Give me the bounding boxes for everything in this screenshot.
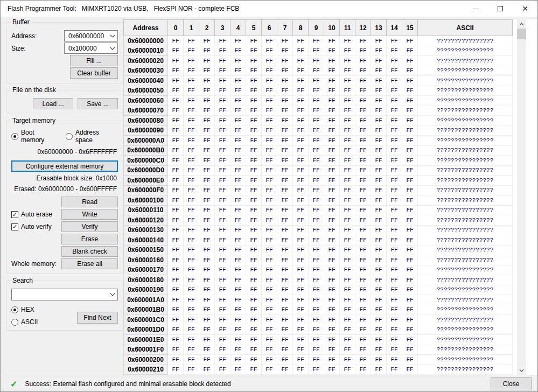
hex-byte-cell[interactable]: FF <box>184 156 199 166</box>
hex-byte-cell[interactable]: FF <box>262 165 277 176</box>
hex-byte-cell[interactable]: FF <box>184 205 199 215</box>
hex-byte-cell[interactable]: FF <box>293 76 309 86</box>
hex-byte-cell[interactable]: FF <box>277 315 293 325</box>
hex-byte-cell[interactable]: FF <box>309 305 324 315</box>
address-space-radio[interactable] <box>66 133 73 140</box>
hex-byte-cell[interactable]: FF <box>168 165 184 176</box>
vertical-scrollbar[interactable] <box>517 19 526 375</box>
hex-byte-cell[interactable]: FF <box>340 125 355 136</box>
hex-byte-cell[interactable]: FF <box>246 145 262 156</box>
hex-byte-cell[interactable]: FF <box>230 76 246 86</box>
hex-byte-cell[interactable]: FF <box>230 245 246 255</box>
hex-byte-cell[interactable]: FF <box>387 86 402 96</box>
hex-byte-cell[interactable]: FF <box>309 156 324 166</box>
hex-byte-cell[interactable]: FF <box>387 365 402 375</box>
hex-byte-cell[interactable]: FF <box>184 215 199 226</box>
hex-byte-cell[interactable]: FF <box>215 305 230 315</box>
ascii-cell[interactable]: ???????????????? <box>418 76 513 86</box>
hex-byte-cell[interactable]: FF <box>230 176 246 186</box>
hex-byte-cell[interactable]: FF <box>246 285 262 295</box>
hex-byte-cell[interactable]: FF <box>215 86 230 96</box>
hex-byte-cell[interactable]: FF <box>215 125 230 136</box>
hex-byte-cell[interactable]: FF <box>215 185 230 195</box>
hex-byte-cell[interactable]: FF <box>199 165 215 176</box>
hex-byte-cell[interactable]: FF <box>309 116 324 126</box>
hex-byte-cell[interactable]: FF <box>340 225 355 235</box>
hex-byte-cell[interactable]: FF <box>184 106 199 116</box>
hex-byte-cell[interactable]: FF <box>355 36 371 46</box>
hex-byte-cell[interactable]: FF <box>309 345 324 355</box>
hex-byte-cell[interactable]: FF <box>199 345 215 355</box>
hex-byte-cell[interactable]: FF <box>355 116 371 126</box>
hex-byte-cell[interactable]: FF <box>355 136 371 146</box>
hex-byte-cell[interactable]: FF <box>230 86 246 96</box>
hex-byte-cell[interactable]: FF <box>387 96 402 106</box>
hex-byte-cell[interactable]: FF <box>262 315 277 325</box>
hex-byte-cell[interactable]: FF <box>387 195 402 206</box>
hex-byte-cell[interactable]: FF <box>215 355 230 365</box>
hex-byte-cell[interactable]: FF <box>215 156 230 166</box>
hex-byte-cell[interactable]: FF <box>340 235 355 246</box>
ascii-cell[interactable]: ???????????????? <box>418 225 513 235</box>
hex-byte-cell[interactable]: FF <box>324 335 340 345</box>
hex-byte-cell[interactable]: FF <box>230 46 246 56</box>
hex-byte-cell[interactable]: FF <box>168 345 184 355</box>
hex-byte-cell[interactable]: FF <box>387 305 402 315</box>
clear-buffer-button[interactable]: Clear buffer <box>70 67 118 79</box>
hex-byte-cell[interactable]: FF <box>387 116 402 126</box>
hex-byte-cell[interactable]: FF <box>199 255 215 265</box>
hex-byte-cell[interactable]: FF <box>402 355 418 365</box>
hex-byte-cell[interactable]: FF <box>184 165 199 176</box>
hex-byte-cell[interactable]: FF <box>184 225 199 235</box>
hex-byte-cell[interactable]: FF <box>199 156 215 166</box>
hex-byte-cell[interactable]: FF <box>293 245 309 255</box>
auto-verify-checkbox[interactable]: ✓ <box>11 223 18 230</box>
ascii-cell[interactable]: ???????????????? <box>418 125 513 136</box>
hex-byte-cell[interactable]: FF <box>246 76 262 86</box>
hex-byte-cell[interactable]: FF <box>309 325 324 335</box>
hex-byte-cell[interactable]: FF <box>215 66 230 76</box>
hex-radio[interactable] <box>11 306 18 313</box>
hex-byte-cell[interactable]: FF <box>387 245 402 255</box>
hex-byte-cell[interactable]: FF <box>230 325 246 335</box>
hex-byte-cell[interactable]: FF <box>340 145 355 156</box>
hex-byte-cell[interactable]: FF <box>309 315 324 325</box>
hex-byte-cell[interactable]: FF <box>199 325 215 335</box>
ascii-cell[interactable]: ???????????????? <box>418 345 513 355</box>
hex-byte-cell[interactable]: FF <box>277 66 293 76</box>
hex-byte-cell[interactable]: FF <box>371 145 387 156</box>
hex-byte-cell[interactable]: FF <box>262 205 277 215</box>
hex-byte-cell[interactable]: FF <box>402 225 418 235</box>
hex-byte-cell[interactable]: FF <box>324 116 340 126</box>
save-button[interactable]: Save ... <box>78 98 118 109</box>
hex-byte-cell[interactable]: FF <box>168 116 184 126</box>
hex-byte-cell[interactable]: FF <box>355 76 371 86</box>
hex-byte-cell[interactable]: FF <box>168 106 184 116</box>
scrollbar-thumb[interactable] <box>517 29 526 39</box>
hex-byte-cell[interactable]: FF <box>246 275 262 285</box>
hex-byte-cell[interactable]: FF <box>277 265 293 275</box>
hex-byte-cell[interactable]: FF <box>324 215 340 226</box>
hex-byte-cell[interactable]: FF <box>387 215 402 226</box>
hex-byte-cell[interactable]: FF <box>277 56 293 66</box>
hex-byte-cell[interactable]: FF <box>184 285 199 295</box>
hex-byte-cell[interactable]: FF <box>199 205 215 215</box>
hex-byte-cell[interactable]: FF <box>246 176 262 186</box>
hex-byte-cell[interactable]: FF <box>309 365 324 375</box>
hex-byte-cell[interactable]: FF <box>199 215 215 226</box>
hex-byte-cell[interactable]: FF <box>309 176 324 186</box>
hex-byte-cell[interactable]: FF <box>309 215 324 226</box>
hex-byte-cell[interactable]: FF <box>355 315 371 325</box>
hex-byte-cell[interactable]: FF <box>246 245 262 255</box>
hex-byte-cell[interactable]: FF <box>262 245 277 255</box>
hex-byte-cell[interactable]: FF <box>168 315 184 325</box>
auto-erase-checkbox[interactable]: ✓ <box>11 211 18 218</box>
hex-byte-cell[interactable]: FF <box>355 195 371 206</box>
hex-byte-cell[interactable]: FF <box>309 275 324 285</box>
hex-byte-cell[interactable]: FF <box>371 325 387 335</box>
hex-byte-cell[interactable]: FF <box>277 255 293 265</box>
hex-byte-cell[interactable]: FF <box>309 106 324 116</box>
ascii-cell[interactable]: ???????????????? <box>418 66 513 76</box>
hex-byte-cell[interactable]: FF <box>199 125 215 136</box>
hex-byte-cell[interactable]: FF <box>387 335 402 345</box>
